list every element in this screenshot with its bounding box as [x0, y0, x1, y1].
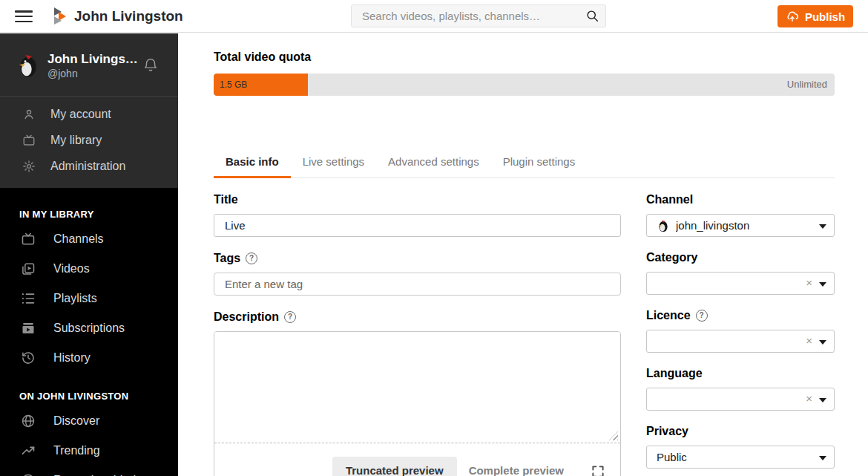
notifications-bell-icon[interactable] [142, 56, 159, 74]
chevron-down-icon [819, 340, 826, 345]
sidebar-item-label: Trending [53, 444, 100, 457]
globe-icon [21, 414, 36, 428]
tags-group: Tags ? [214, 252, 621, 296]
quota-total-label: Unlimited [787, 74, 827, 96]
sidebar: John Livings… @john My account [0, 33, 178, 476]
sidebar-item-label: Administration [50, 160, 125, 173]
sidebar-item-discover[interactable]: Discover [0, 406, 178, 436]
search-icon[interactable] [586, 10, 599, 22]
search-bar [351, 4, 606, 27]
description-help-icon[interactable]: ? [284, 311, 296, 323]
description-textarea[interactable] [214, 332, 620, 443]
search-input[interactable] [351, 4, 606, 27]
complete-preview-button[interactable]: Complete preview [469, 457, 564, 476]
description-edit-area [214, 332, 620, 443]
sidebar-item-my-library[interactable]: My library [0, 127, 178, 153]
instance-title[interactable]: John Livingston [74, 0, 183, 33]
chevron-down-icon [819, 224, 826, 229]
tv-icon [22, 134, 36, 147]
channel-avatar [657, 219, 670, 232]
sidebar-item-trending[interactable]: Trending [0, 436, 178, 466]
inbox-play-icon [21, 321, 36, 336]
sidebar-user-handle: @john [47, 68, 78, 79]
tags-input[interactable] [214, 273, 621, 296]
sidebar-main-menu: My account My library Administration [0, 97, 178, 188]
top-header: John Livingston Publish [0, 0, 868, 33]
channel-value: john_livingston [676, 219, 749, 232]
privacy-value: Public [657, 451, 687, 463]
sidebar-item-label: History [53, 351, 91, 365]
user-avatar[interactable] [16, 53, 41, 78]
peertube-app: John Livingston Publish [0, 0, 868, 476]
quota-title: Total video quota [214, 50, 835, 64]
sidebar-item-recently-added[interactable]: Recently added [0, 466, 178, 476]
clear-icon[interactable]: × [806, 334, 812, 347]
quota-progress-bar: 1.5 GB Unlimited [214, 74, 835, 96]
title-group: Title [214, 193, 621, 237]
sidebar-item-administration[interactable]: Administration [0, 153, 178, 179]
sidebar-item-channels[interactable]: Channels [0, 224, 178, 254]
licence-label: Licence [646, 309, 691, 322]
sidebar-item-label: Channels [53, 232, 104, 246]
sidebar-item-label: My library [50, 134, 102, 147]
sidebar-item-playlists[interactable]: Playlists [0, 284, 178, 313]
licence-group: Licence ? × [646, 309, 835, 353]
chevron-down-icon [819, 456, 826, 460]
sidebar-item-videos[interactable]: Videos [0, 254, 178, 284]
privacy-select[interactable]: Public [646, 446, 835, 469]
language-group: Language × [646, 367, 835, 411]
user-icon [22, 108, 36, 121]
clear-icon[interactable]: × [806, 276, 812, 289]
chevron-down-icon [819, 282, 826, 287]
sidebar-item-my-account[interactable]: My account [0, 101, 178, 127]
settings-tabs: Basic info Live settings Advanced settin… [214, 155, 835, 178]
language-label: Language [646, 367, 703, 380]
channel-label: Channel [646, 193, 693, 206]
privacy-label: Privacy [646, 425, 688, 438]
form-right-column: Channel john_livingston [646, 193, 835, 476]
fullscreen-icon[interactable] [591, 464, 605, 476]
sidebar-item-history[interactable]: History [0, 343, 178, 373]
sidebar-section-title: IN MY LIBRARY [19, 209, 178, 220]
title-label: Title [214, 193, 238, 206]
category-select[interactable]: × [646, 272, 835, 295]
form-left-column: Title Tags ? Description ? [214, 193, 621, 476]
publish-button[interactable]: Publish [777, 5, 853, 27]
sidebar-user-block: John Livings… @john [0, 33, 178, 96]
list-icon [21, 291, 36, 306]
quota-used-label: 1.5 GB [220, 74, 247, 96]
clear-icon[interactable]: × [806, 392, 812, 405]
sidebar-user-name[interactable]: John Livings… [47, 52, 138, 67]
chevron-down-icon [819, 398, 826, 402]
history-clock-icon [21, 351, 36, 365]
language-select[interactable]: × [646, 388, 835, 411]
description-label: Description [214, 310, 279, 324]
description-editor: Truncated preview Complete preview [214, 331, 621, 476]
truncated-preview-button[interactable]: Truncated preview [332, 457, 457, 476]
sidebar-item-subscriptions[interactable]: Subscriptions [0, 313, 178, 343]
title-input[interactable] [214, 214, 621, 237]
plus-circle-icon [21, 473, 36, 476]
trending-up-icon [21, 443, 36, 458]
tags-label: Tags [214, 252, 240, 265]
description-preview-row: Truncated preview Complete preview [214, 443, 620, 476]
tab-plugin-settings[interactable]: Plugin settings [491, 155, 588, 178]
licence-select[interactable]: × [646, 330, 835, 353]
sidebar-section-title: ON JOHN LIVINGSTON [19, 391, 178, 402]
channel-select[interactable]: john_livingston [646, 214, 835, 237]
publish-button-label: Publish [805, 10, 845, 23]
tab-advanced-settings[interactable]: Advanced settings [376, 155, 491, 178]
video-play-icon [21, 261, 36, 276]
tab-basic-info[interactable]: Basic info [214, 155, 291, 178]
sidebar-item-label: Discover [53, 414, 99, 428]
gear-icon [22, 160, 36, 173]
main-content: Total video quota 1.5 GB Unlimited Basic… [178, 33, 868, 476]
peertube-logo-icon[interactable] [53, 7, 68, 25]
privacy-group: Privacy Public [646, 425, 835, 469]
sidebar-item-label: My account [50, 108, 111, 121]
tags-help-icon[interactable]: ? [246, 252, 257, 264]
channel-group: Channel john_livingston [646, 193, 835, 237]
licence-help-icon[interactable]: ? [696, 310, 708, 322]
tab-live-settings[interactable]: Live settings [291, 155, 376, 178]
menu-toggle-icon[interactable] [15, 10, 33, 22]
